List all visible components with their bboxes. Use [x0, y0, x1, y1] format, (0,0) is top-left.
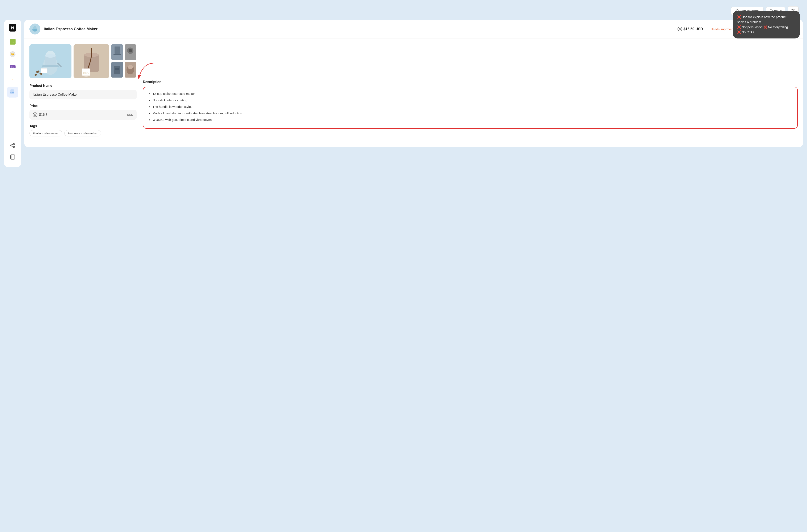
arrow-svg: [137, 61, 158, 82]
product-title: Italian Espresso Coffee Maker: [44, 27, 674, 31]
tooltip-line-1: ❌Doesn't explain how the product solves …: [737, 15, 795, 24]
content-area: Italian Espresso Coffee Maker $ $16.50 U…: [21, 20, 803, 167]
svg-point-17: [14, 143, 15, 145]
tag-item[interactable]: #Italiancoffeemaker: [30, 130, 62, 136]
price-dollar-icon: $: [33, 112, 37, 117]
sidebar-item-amazon[interactable]: a: [7, 74, 18, 85]
svg-point-3: [792, 10, 793, 10]
product-name-field: Product Name: [30, 84, 137, 99]
sidebar-item-shopify[interactable]: S: [7, 36, 18, 47]
second-product-image: MILU: [74, 44, 109, 78]
product-price-header: $ $16.50 USD: [677, 27, 703, 31]
svg-text:MILU: MILU: [83, 72, 89, 74]
tooltip-text-1: Doesn't explain how the product solves a…: [737, 15, 786, 24]
small-image-1: [111, 44, 123, 60]
product-price-value: $16.50 USD: [684, 27, 703, 31]
price-currency-label: USD: [127, 113, 133, 116]
description-item-3: The handle is wooden style.: [153, 104, 792, 109]
product-body: MILU: [24, 38, 803, 147]
sidebar-item-handshake[interactable]: 🤝: [7, 49, 18, 60]
sidebar: N S 🤝 Woo a: [4, 20, 21, 167]
small-images-grid: [111, 44, 137, 78]
product-price-label: Price: [30, 104, 137, 108]
svg-rect-22: [11, 155, 15, 159]
tooltip-bubble: ❌Doesn't explain how the product solves …: [733, 11, 800, 38]
svg-point-40: [41, 68, 47, 69]
tooltip-line-3: ❌No CTAs: [737, 30, 795, 35]
product-thumbnail-image: [30, 23, 40, 35]
svg-point-53: [129, 49, 132, 52]
product-price-field: Price $ USD: [30, 104, 137, 120]
svg-text:S: S: [12, 41, 14, 43]
dollar-icon: $: [677, 27, 682, 31]
tooltip-text-2: Not persuasive: [742, 25, 764, 29]
svg-rect-50: [114, 54, 121, 55]
svg-rect-56: [115, 68, 119, 70]
product-name-label: Product Name: [30, 84, 137, 88]
svg-point-59: [128, 65, 133, 69]
sidebar-collapse-button[interactable]: [7, 153, 18, 164]
description-item-2: Non-stick interior coating: [153, 98, 792, 102]
small-image-3: [111, 62, 123, 78]
product-thumbnail: [30, 23, 40, 35]
description-item-5: WORKS with gas, electric and vitro stove…: [153, 117, 792, 122]
description-item-4: Made of cast aluminum with stainless ste…: [153, 111, 792, 115]
product-left-column: MILU: [30, 44, 137, 141]
x-mark-1: ❌: [737, 15, 741, 19]
amazon-icon: a: [9, 77, 16, 82]
product-name-input[interactable]: [30, 90, 137, 99]
tooltip-line-2: ❌Not persuasive ❌No storytelling: [737, 24, 795, 30]
description-list: 12-cup Italian espresso maker Non-stick …: [148, 91, 792, 122]
product-tags-label: Tags: [30, 124, 137, 128]
csv-icon: CSV: [9, 89, 16, 95]
description-label: Description: [143, 80, 798, 84]
sidebar-item-share[interactable]: [7, 140, 18, 151]
svg-text:N: N: [11, 26, 14, 30]
main-layout: N S 🤝 Woo a: [4, 20, 803, 167]
price-input[interactable]: [39, 113, 127, 117]
product-tags-field: Tags #Italiancoffeemaker #espressocoffee…: [30, 124, 137, 136]
description-item-1: 12-cup Italian espresso maker: [153, 91, 792, 96]
svg-rect-27: [34, 29, 36, 30]
share-icon: [9, 142, 16, 148]
shopify-icon: S: [9, 39, 16, 44]
x-mark-2: ❌: [737, 25, 741, 29]
x-mark-3: ❌: [764, 25, 768, 29]
collapse-sidebar-icon: [9, 154, 16, 160]
svg-text:a: a: [12, 78, 13, 81]
image-gallery: MILU: [30, 44, 137, 78]
x-mark-4: ❌: [737, 30, 741, 34]
main-image-svg: [30, 44, 72, 78]
svg-text:Woo: Woo: [11, 66, 14, 68]
sidebar-item-csv[interactable]: CSV: [7, 87, 18, 97]
svg-line-21: [12, 144, 14, 145]
tooltip-text-4: No CTAs: [742, 30, 754, 34]
svg-point-49: [115, 45, 120, 47]
product-header: Italian Espresso Coffee Maker $ $16.50 U…: [24, 20, 803, 38]
tags-list: #Italiancoffeemaker #espressocoffeemaker: [30, 130, 137, 136]
price-input-wrapper: $ USD: [30, 110, 137, 120]
tooltip-text-3: No storytelling: [768, 25, 788, 29]
svg-line-20: [12, 146, 14, 147]
svg-text:CSV: CSV: [11, 92, 14, 94]
logo-icon: N: [9, 24, 16, 32]
description-section: Description 12-cup Italian espresso make…: [143, 80, 798, 129]
second-image-svg: MILU: [74, 44, 109, 78]
svg-rect-35: [42, 65, 59, 67]
svg-point-33: [45, 54, 56, 58]
svg-rect-48: [115, 46, 120, 54]
woo-icon: Woo: [9, 64, 16, 70]
sidebar-item-woo[interactable]: Woo: [7, 61, 18, 72]
description-box: 12-cup Italian espresso maker Non-stick …: [143, 87, 798, 129]
top-bar: Create account Guest ▾: [4, 4, 803, 20]
product-card: Italian Espresso Coffee Maker $ $16.50 U…: [24, 20, 803, 147]
svg-point-18: [11, 145, 12, 146]
small-image-2: [124, 44, 136, 60]
small-image-4: [124, 62, 136, 78]
svg-text:🤝: 🤝: [11, 53, 15, 56]
tag-item[interactable]: #espressocoffeemaker: [64, 130, 101, 136]
app-logo[interactable]: N: [8, 23, 17, 32]
handshake-icon: 🤝: [9, 51, 16, 57]
main-product-image: [30, 44, 72, 78]
svg-point-19: [14, 147, 15, 148]
